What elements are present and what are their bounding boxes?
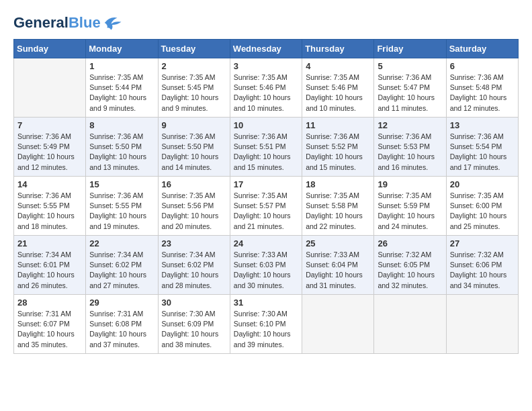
day-number: 8 [89,120,154,130]
day-number: 10 [234,120,298,130]
calendar-cell [302,295,374,354]
day-number: 1 [89,61,154,71]
calendar-cell [446,295,518,354]
day-number: 30 [162,298,226,308]
day-number: 26 [378,238,442,248]
day-number: 13 [450,120,515,130]
day-info: Sunrise: 7:36 AMSunset: 5:53 PMDaylight:… [378,132,442,173]
calendar-cell [374,295,446,354]
logo-icon [102,13,122,32]
calendar-cell: 2Sunrise: 7:35 AMSunset: 5:45 PMDaylight… [158,58,230,118]
calendar-cell: 21Sunrise: 7:34 AMSunset: 6:01 PMDayligh… [14,236,86,295]
day-number: 12 [378,120,442,130]
calendar-cell: 12Sunrise: 7:36 AMSunset: 5:53 PMDayligh… [374,118,446,177]
calendar-cell: 28Sunrise: 7:31 AMSunset: 6:07 PMDayligh… [14,295,86,354]
day-info: Sunrise: 7:35 AMSunset: 5:45 PMDaylight:… [162,73,226,113]
calendar-cell: 7Sunrise: 7:36 AMSunset: 5:49 PMDaylight… [14,118,86,177]
calendar-cell: 18Sunrise: 7:35 AMSunset: 5:58 PMDayligh… [302,177,374,236]
day-number: 19 [378,179,442,189]
calendar-cell: 16Sunrise: 7:35 AMSunset: 5:56 PMDayligh… [158,177,230,236]
day-number: 14 [17,179,82,189]
calendar-cell: 23Sunrise: 7:34 AMSunset: 6:02 PMDayligh… [158,236,230,295]
day-number: 5 [378,61,442,71]
calendar-cell: 1Sunrise: 7:35 AMSunset: 5:44 PMDaylight… [86,58,158,118]
calendar-week-row: 7Sunrise: 7:36 AMSunset: 5:49 PMDaylight… [14,118,519,177]
calendar-cell: 29Sunrise: 7:31 AMSunset: 6:08 PMDayligh… [86,295,158,354]
day-info: Sunrise: 7:34 AMSunset: 6:02 PMDaylight:… [89,250,154,291]
weekday-header: Tuesday [158,40,230,58]
day-info: Sunrise: 7:30 AMSunset: 6:10 PMDaylight:… [234,309,298,350]
calendar-cell: 9Sunrise: 7:36 AMSunset: 5:50 PMDaylight… [158,118,230,177]
day-info: Sunrise: 7:34 AMSunset: 6:02 PMDaylight:… [162,250,226,291]
day-number: 25 [306,238,370,248]
calendar-cell: 31Sunrise: 7:30 AMSunset: 6:10 PMDayligh… [230,295,302,354]
day-info: Sunrise: 7:36 AMSunset: 5:51 PMDaylight:… [234,132,298,173]
day-number: 29 [89,298,154,308]
day-number: 6 [450,61,515,71]
day-number: 7 [17,120,82,130]
day-info: Sunrise: 7:35 AMSunset: 5:44 PMDaylight:… [89,73,154,113]
day-info: Sunrise: 7:32 AMSunset: 6:06 PMDaylight:… [450,250,515,291]
day-info: Sunrise: 7:36 AMSunset: 5:52 PMDaylight:… [306,132,370,173]
day-number: 16 [162,179,226,189]
day-info: Sunrise: 7:33 AMSunset: 6:03 PMDaylight:… [234,250,298,291]
day-number: 20 [450,179,515,189]
calendar-cell: 4Sunrise: 7:35 AMSunset: 5:46 PMDaylight… [302,58,374,118]
calendar-cell: 13Sunrise: 7:36 AMSunset: 5:54 PMDayligh… [446,118,518,177]
calendar-cell: 19Sunrise: 7:35 AMSunset: 5:59 PMDayligh… [374,177,446,236]
calendar-table: SundayMondayTuesdayWednesdayThursdayFrid… [13,39,519,354]
weekday-header: Friday [374,40,446,58]
day-info: Sunrise: 7:35 AMSunset: 5:57 PMDaylight:… [234,191,298,232]
calendar-cell: 26Sunrise: 7:32 AMSunset: 6:05 PMDayligh… [374,236,446,295]
calendar-cell: 24Sunrise: 7:33 AMSunset: 6:03 PMDayligh… [230,236,302,295]
day-info: Sunrise: 7:36 AMSunset: 5:48 PMDaylight:… [450,73,515,113]
day-number: 11 [306,120,370,130]
day-info: Sunrise: 7:33 AMSunset: 6:04 PMDaylight:… [306,250,370,291]
calendar-cell [14,58,86,118]
day-info: Sunrise: 7:32 AMSunset: 6:05 PMDaylight:… [378,250,442,291]
calendar-week-row: 1Sunrise: 7:35 AMSunset: 5:44 PMDaylight… [14,58,519,118]
day-info: Sunrise: 7:35 AMSunset: 6:00 PMDaylight:… [450,191,515,232]
day-info: Sunrise: 7:30 AMSunset: 6:09 PMDaylight:… [162,309,226,350]
day-number: 21 [17,238,82,248]
calendar-cell: 27Sunrise: 7:32 AMSunset: 6:06 PMDayligh… [446,236,518,295]
day-number: 4 [306,61,370,71]
day-info: Sunrise: 7:36 AMSunset: 5:54 PMDaylight:… [450,132,515,173]
day-number: 24 [234,238,298,248]
weekday-header: Saturday [446,40,518,58]
calendar-week-row: 14Sunrise: 7:36 AMSunset: 5:55 PMDayligh… [14,177,519,236]
day-number: 9 [162,120,226,130]
calendar-cell: 20Sunrise: 7:35 AMSunset: 6:00 PMDayligh… [446,177,518,236]
calendar-cell: 8Sunrise: 7:36 AMSunset: 5:50 PMDaylight… [86,118,158,177]
day-info: Sunrise: 7:35 AMSunset: 5:46 PMDaylight:… [306,73,370,113]
day-info: Sunrise: 7:36 AMSunset: 5:50 PMDaylight:… [162,132,226,173]
logo: GeneralBlue [13,13,122,32]
calendar-cell: 30Sunrise: 7:30 AMSunset: 6:09 PMDayligh… [158,295,230,354]
calendar-header: SundayMondayTuesdayWednesdayThursdayFrid… [14,40,519,58]
day-number: 27 [450,238,515,248]
weekday-header: Monday [86,40,158,58]
day-info: Sunrise: 7:36 AMSunset: 5:50 PMDaylight:… [89,132,154,173]
day-number: 2 [162,61,226,71]
day-info: Sunrise: 7:35 AMSunset: 5:46 PMDaylight:… [234,73,298,113]
day-info: Sunrise: 7:34 AMSunset: 6:01 PMDaylight:… [17,250,82,291]
calendar-cell: 25Sunrise: 7:33 AMSunset: 6:04 PMDayligh… [302,236,374,295]
page-header: GeneralBlue [13,13,519,32]
day-number: 23 [162,238,226,248]
day-info: Sunrise: 7:35 AMSunset: 5:58 PMDaylight:… [306,191,370,232]
weekday-header: Sunday [14,40,86,58]
day-number: 22 [89,238,154,248]
day-info: Sunrise: 7:36 AMSunset: 5:55 PMDaylight:… [89,191,154,232]
day-number: 17 [234,179,298,189]
calendar-cell: 14Sunrise: 7:36 AMSunset: 5:55 PMDayligh… [14,177,86,236]
day-number: 31 [234,298,298,308]
day-number: 18 [306,179,370,189]
calendar-cell: 17Sunrise: 7:35 AMSunset: 5:57 PMDayligh… [230,177,302,236]
day-info: Sunrise: 7:35 AMSunset: 5:59 PMDaylight:… [378,191,442,232]
calendar-cell: 15Sunrise: 7:36 AMSunset: 5:55 PMDayligh… [86,177,158,236]
calendar-cell: 11Sunrise: 7:36 AMSunset: 5:52 PMDayligh… [302,118,374,177]
calendar-cell: 3Sunrise: 7:35 AMSunset: 5:46 PMDaylight… [230,58,302,118]
logo-text: GeneralBlue [13,15,101,31]
weekday-header: Thursday [302,40,374,58]
day-info: Sunrise: 7:36 AMSunset: 5:49 PMDaylight:… [17,132,82,173]
